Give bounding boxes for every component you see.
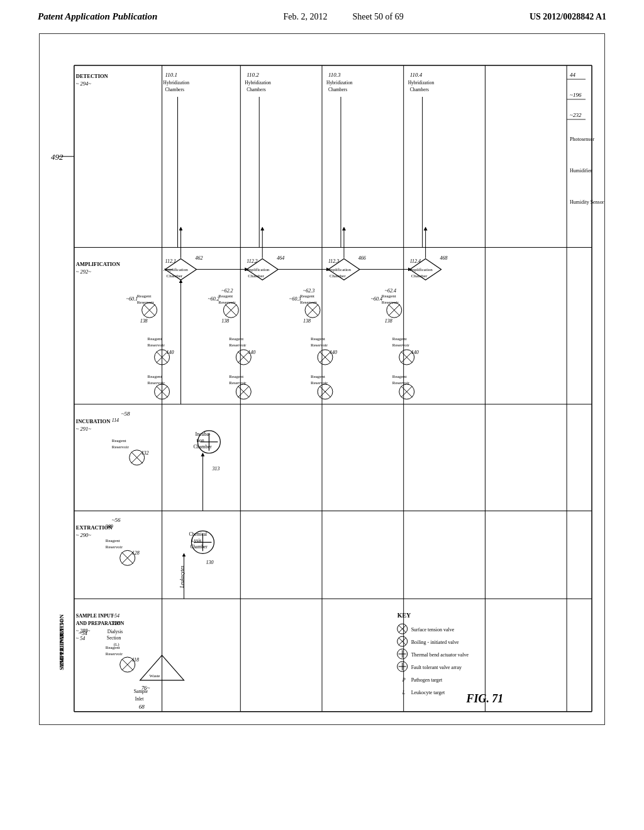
svg-text:Chambers: Chambers [328, 87, 347, 92]
svg-text:466: 466 [358, 255, 366, 261]
svg-text:Surface tension valve: Surface tension valve [411, 627, 455, 633]
svg-text:Reservoir: Reservoir [229, 343, 247, 348]
svg-text:~60.2: ~60.2 [208, 296, 219, 302]
svg-text:Fault tolerant valve array: Fault tolerant valve array [411, 665, 462, 670]
svg-text:Chambers: Chambers [165, 87, 184, 92]
svg-text:140: 140 [248, 350, 255, 355]
svg-text:Reservoir: Reservoir [218, 300, 236, 305]
svg-text:FIG. 71: FIG. 71 [465, 692, 503, 705]
svg-text:Pathogen target: Pathogen target [411, 677, 443, 683]
svg-text:Reservoir: Reservoir [112, 445, 130, 450]
svg-text:Reagent: Reagent [392, 336, 407, 341]
svg-text:128: 128 [132, 550, 140, 556]
svg-text:Reagent: Reagent [382, 294, 396, 299]
svg-text:Reagent: Reagent [229, 336, 243, 341]
svg-text:Reservoir: Reservoir [229, 380, 247, 385]
diagram-container: 492 SAMPLE INPUT AND PREPARATION ~ 288~ … [39, 33, 605, 725]
svg-text:KEY: KEY [397, 612, 411, 619]
header-center: Feb. 2, 2012 Sheet 50 of 69 [283, 12, 403, 22]
svg-text:140: 140 [411, 350, 419, 355]
svg-text:~54: ~54 [112, 613, 119, 619]
svg-text:Chamber: Chamber [411, 274, 428, 279]
svg-text:68: 68 [139, 704, 145, 710]
svg-text:Reagent: Reagent [106, 538, 120, 543]
svg-text:Inlet: Inlet [135, 696, 145, 702]
svg-text:INCUBATION: INCUBATION [76, 418, 110, 424]
svg-text:Reagent: Reagent [106, 645, 120, 650]
svg-text:Reservoir: Reservoir [392, 343, 410, 348]
svg-text:AMPLIFICATION: AMPLIFICATION [76, 261, 120, 267]
svg-text:~ 54: ~ 54 [76, 636, 85, 641]
svg-text:Reservoir: Reservoir [137, 300, 155, 305]
svg-text:~62.2: ~62.2 [221, 288, 233, 294]
svg-text:130: 130 [206, 560, 213, 565]
svg-text:Waste: Waste [150, 673, 160, 678]
svg-text:Chamber: Chamber [330, 274, 346, 279]
svg-text:P: P [402, 677, 406, 683]
publication-type: Patent Application Publication [38, 11, 157, 22]
svg-text:Reservoir: Reservoir [148, 380, 165, 385]
svg-text:Amplification: Amplification [408, 267, 433, 272]
svg-text:112.3: 112.3 [328, 258, 339, 264]
svg-text:Leukocytes: Leukocytes [179, 566, 185, 589]
svg-text:114: 114 [112, 418, 119, 423]
svg-text:Reservoir: Reservoir [106, 545, 123, 550]
svg-text:~60.4: ~60.4 [371, 296, 382, 302]
svg-text:Amplification: Amplification [245, 267, 270, 272]
svg-text:Humidity Sensor: Humidity Sensor [570, 199, 604, 205]
svg-text:Reservoir: Reservoir [148, 343, 165, 348]
svg-text:~ 290~: ~ 290~ [76, 532, 91, 538]
svg-text:132: 132 [142, 450, 149, 456]
svg-text:Chamber: Chamber [167, 274, 183, 279]
svg-text:tion: tion [196, 438, 204, 443]
svg-text:~ 294~: ~ 294~ [76, 80, 91, 87]
svg-text:~62.3: ~62.3 [303, 288, 314, 294]
page-header: Patent Application Publication Feb. 2, 2… [0, 0, 644, 27]
svg-text:Boiling - initiated valve: Boiling - initiated valve [411, 639, 459, 645]
svg-text:Dialysis: Dialysis [108, 629, 123, 634]
svg-text:313: 313 [211, 466, 219, 472]
svg-text:Reservoir: Reservoir [106, 651, 123, 656]
svg-text:140: 140 [330, 350, 337, 355]
svg-text:Hybridization: Hybridization [245, 80, 271, 86]
svg-text:462: 462 [195, 255, 203, 261]
svg-text:DETECTION: DETECTION [76, 73, 108, 79]
svg-text:Chemical: Chemical [189, 531, 207, 537]
svg-text:Reagent: Reagent [300, 294, 314, 299]
svg-text:Section: Section [107, 635, 121, 641]
svg-text:Hybridization: Hybridization [408, 80, 435, 86]
svg-text:Reservoir: Reservoir [311, 343, 328, 348]
svg-text:~ 291~: ~ 291~ [76, 426, 91, 432]
svg-text:Incuba-: Incuba- [195, 431, 211, 437]
svg-text:110.1: 110.1 [165, 72, 178, 78]
svg-text:Reagent: Reagent [392, 374, 407, 379]
svg-text:Chamber: Chamber [193, 444, 212, 450]
svg-text:Hybridization: Hybridization [326, 80, 353, 86]
svg-text:Reagent: Reagent [218, 294, 233, 299]
svg-text:Reservoir: Reservoir [382, 300, 399, 305]
svg-text:Reservoir: Reservoir [311, 380, 328, 385]
svg-text:328: 328 [111, 620, 121, 626]
svg-text:138: 138 [385, 318, 392, 324]
svg-text:Photosensor: Photosensor [570, 136, 594, 142]
svg-text:110.3: 110.3 [328, 72, 341, 78]
svg-text:Humidifier: Humidifier [570, 168, 592, 174]
svg-text:309: 309 [105, 524, 113, 529]
patent-figure: 492 SAMPLE INPUT AND PREPARATION ~ 288~ … [40, 34, 604, 724]
svg-text:Hybridization: Hybridization [164, 80, 190, 86]
svg-text:~54: ~54 [79, 630, 87, 636]
svg-text:Reservoir: Reservoir [300, 300, 318, 305]
svg-text:~ 54: ~ 54 [58, 620, 65, 631]
svg-text:44: 44 [570, 72, 575, 78]
svg-text:~62.4: ~62.4 [385, 288, 396, 294]
svg-text:112.1: 112.1 [165, 258, 176, 264]
svg-text:468: 468 [440, 255, 448, 261]
svg-text:Reservoir: Reservoir [392, 380, 410, 385]
svg-text:Reagent: Reagent [311, 336, 325, 341]
svg-text:Chamber: Chamber [190, 544, 208, 550]
svg-text:Thermal bend actuator valve: Thermal bend actuator valve [411, 652, 469, 658]
svg-text:Reagent: Reagent [148, 336, 162, 341]
svg-text:~58: ~58 [121, 411, 130, 417]
svg-text:Chamber: Chamber [248, 274, 264, 279]
svg-text:Reagent: Reagent [112, 438, 126, 443]
